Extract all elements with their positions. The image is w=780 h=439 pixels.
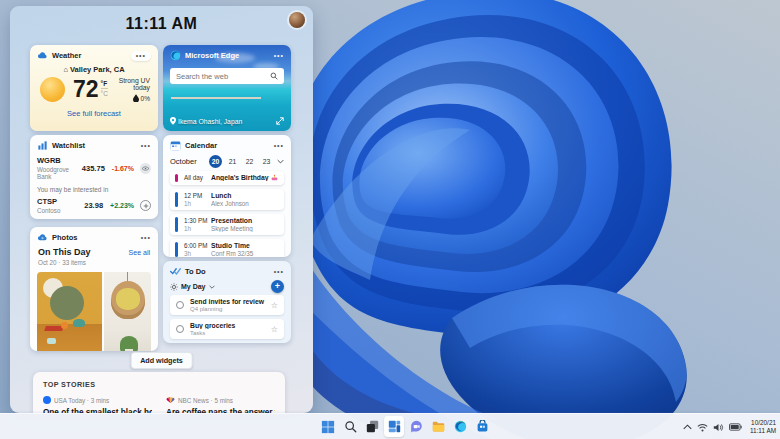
calendar-event[interactable]: 12 PM1h Lunch Alex Johnson [170,189,284,210]
watching-eye-icon[interactable] [140,163,151,174]
battery-icon[interactable] [729,423,742,431]
widget-title: Calendar [185,141,270,150]
calendar-event[interactable]: 1:30 PM1h Presentation Skype Meeting [170,214,284,235]
event-time: 1:30 PM [184,217,211,224]
widgets-button[interactable] [384,416,404,437]
watchlist-chart-icon [37,140,48,151]
photos-subheading: Oct 20 · 33 items [38,259,129,266]
see-full-forecast-link[interactable]: See full forecast [30,109,158,118]
widget-title: Photos [52,233,137,242]
wifi-icon[interactable] [697,423,708,432]
widget-title: Microsoft Edge [185,51,270,60]
photo-thumbnail[interactable] [104,272,151,351]
stock-row[interactable]: CTSP Contoso 23.98 +2.23% [30,195,158,216]
widgets-icon [388,420,401,433]
my-day-sun-icon [170,283,178,291]
task-checkbox[interactable] [176,325,184,333]
calendar-icon [170,140,181,151]
start-button[interactable] [318,416,338,437]
edge-search-box[interactable] [170,68,284,84]
weather-condition: Strong UV today [108,77,150,91]
photo-caption: Ikema Ohashi, Japan [170,117,242,125]
watchlist-suggestion-label: You may be interested in [30,182,158,195]
event-title: Presentation [211,217,280,224]
unit-celsius[interactable]: °C [101,88,108,97]
widgets-panel: 11:11 AM Weather ••• ⌂ Valley Park, CA 7… [10,6,313,413]
stock-name: Woodgrove Bank [37,166,82,180]
calendar-month: October [170,157,205,166]
taskbar: 10/20/21 11:11 AM [0,413,780,439]
photos-collage[interactable] [37,272,151,351]
weather-location: ⌂ Valley Park, CA [30,65,158,74]
widget-title: To Do [185,267,270,276]
calendar-event[interactable]: All day Angela's Birthday [170,171,284,185]
avatar[interactable] [289,12,305,28]
photos-menu-button[interactable]: ••• [141,235,151,241]
add-to-watchlist-icon[interactable] [140,200,151,211]
event-subtitle: Conf Rm 32/35 [211,250,280,257]
chat-button[interactable] [406,416,426,437]
chevron-down-icon [209,285,215,289]
expand-icon[interactable] [276,117,284,125]
calendar-day-selected[interactable]: 20 [209,155,222,168]
task-row[interactable]: Buy groceries Tasks ☆ [170,319,284,339]
calendar-event[interactable]: 6:00 PM3h Studio Time Conf Rm 32/35 [170,239,284,257]
edge-menu-button[interactable]: ••• [274,53,284,59]
event-time: 6:00 PM [184,242,211,249]
microsoft-store-button[interactable] [472,416,492,437]
task-view-icon [366,420,379,433]
stock-change: +2.23% [110,202,134,209]
star-icon[interactable]: ☆ [271,301,278,310]
birthday-cake-icon [271,174,278,181]
news-article[interactable]: NBC News · 5 mins Are coffee naps the an… [166,396,275,413]
add-widgets-button[interactable]: Add widgets [130,352,193,369]
add-task-button[interactable]: + [271,280,284,293]
task-row[interactable]: Send invites for review Q4 planning ☆ [170,295,284,315]
widget-weather: Weather ••• ⌂ Valley Park, CA 72 °F °C S… [30,45,158,131]
watchlist-menu-button[interactable]: ••• [141,143,151,149]
article-meta: NBC News · 5 mins [178,397,233,404]
star-icon[interactable]: ☆ [271,325,278,334]
todo-check-icon [170,266,181,277]
event-duration: 1h [184,225,211,232]
search-input[interactable] [176,72,266,81]
todo-menu-button[interactable]: ••• [274,269,284,275]
chevron-down-icon[interactable] [277,159,284,164]
weather-menu-button[interactable]: ••• [131,51,151,61]
speaker-icon[interactable] [713,423,724,432]
widget-todo: To Do ••• My Day + Send invites for revi… [163,261,291,343]
search-icon [344,420,357,433]
panel-clock: 11:11 AM [10,15,313,33]
stock-change: -1.67% [112,165,134,172]
widget-photos: Photos ••• On This Day Oct 20 · 33 items… [30,227,158,351]
stock-symbol: CTSP [37,197,84,206]
widget-edge: Microsoft Edge ••• Ikema Ohashi, Japan [163,45,291,131]
news-article[interactable]: USA Today · 3 mins One of the smallest b… [43,396,152,413]
calendar-menu-button[interactable]: ••• [274,143,284,149]
file-explorer-button[interactable] [428,416,448,437]
start-icon [321,420,335,434]
stock-name: Contoso [37,207,84,214]
task-view-button[interactable] [362,416,382,437]
photo-thumbnail[interactable] [37,272,102,351]
edge-button[interactable] [450,416,470,437]
system-tray: 10/20/21 11:11 AM [683,414,776,439]
stock-price: 23.98 [84,201,103,210]
calendar-day[interactable]: 21 [226,155,239,168]
todo-list-selector[interactable]: My Day [170,283,271,291]
article-meta: USA Today · 3 mins [54,397,109,404]
tray-chevron-up-icon[interactable] [683,424,692,430]
search-button[interactable] [340,416,360,437]
task-checkbox[interactable] [176,301,184,309]
calendar-day[interactable]: 23 [260,155,273,168]
task-title: Buy groceries [190,322,271,329]
chat-icon [410,420,423,433]
location-pin-icon [170,117,176,125]
unit-fahrenheit[interactable]: °F [101,80,108,87]
see-all-link[interactable]: See all [129,249,150,256]
task-title: Send invites for review [190,298,271,305]
stock-price: 435.75 [82,164,105,173]
stock-row[interactable]: WGRB Woodgrove Bank 435.75 -1.67% [30,154,158,182]
clock-date[interactable]: 10/20/21 11:11 AM [750,419,776,436]
calendar-day[interactable]: 22 [243,155,256,168]
